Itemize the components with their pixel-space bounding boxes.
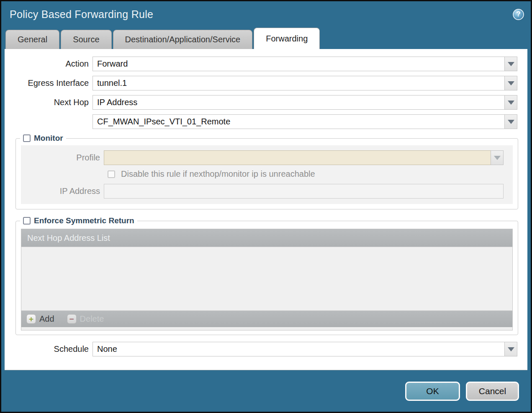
schedule-label: Schedule [5,344,93,354]
tab-bar: General Source Destination/Application/S… [1,27,531,49]
monitor-ip-address-label: IP Address [21,186,104,196]
enforce-symmetric-return-checkbox[interactable] [23,217,31,225]
chevron-down-icon [508,120,514,124]
delete-button-label: Delete [80,314,104,324]
monitor-ip-address-row: IP Address [21,184,504,199]
chevron-down-icon [508,101,514,105]
dialog-title: Policy Based Forwarding Rule [10,8,153,21]
schedule-select[interactable]: None [93,342,505,356]
monitor-fieldset: Monitor Profile Disable this rule if nex… [15,134,518,209]
next-hop-address-list-body [21,247,512,310]
action-dropdown-button[interactable] [504,57,517,71]
profile-dropdown-button [491,150,504,165]
chevron-down-icon [508,62,514,66]
table-bottom-strip [21,327,513,330]
profile-combo [104,150,504,165]
next-hop-address-row: CF_MWAN_IPsec_VTI_01_Remote [5,114,517,129]
next-hop-address-list-table: Next Hop Address List + Add − Delete [21,229,513,327]
tab-forwarding[interactable]: Forwarding [254,28,320,49]
enforce-symmetric-return-title: Enforce Symmetric Return [34,216,134,225]
egress-interface-row: Egress Interface tunnel.1 [5,76,517,90]
enforce-symmetric-return-legend: Enforce Symmetric Return [20,216,137,225]
profile-select [104,150,491,165]
next-hop-address-list-header: Next Hop Address List [21,229,512,247]
help-icon[interactable]: ? [513,9,524,20]
next-hop-combo: IP Address [93,95,517,110]
next-hop-select[interactable]: IP Address [93,95,505,110]
monitor-panel: Profile Disable this rule if nexthop/mon… [21,145,513,204]
add-button[interactable]: + Add [26,314,54,324]
cancel-button[interactable]: Cancel [466,382,519,401]
tab-destination-application-service[interactable]: Destination/Application/Service [113,30,253,49]
ok-button[interactable]: OK [405,382,460,401]
monitor-title: Monitor [34,134,63,143]
schedule-row: Schedule None [5,342,517,356]
schedule-combo: None [93,342,517,356]
monitor-ip-address-combo [104,184,504,199]
action-row: Action Forward [5,57,517,71]
disable-rule-checkbox [108,170,115,178]
next-hop-dropdown-button[interactable] [504,95,517,110]
next-hop-address-select[interactable]: CF_MWAN_IPsec_VTI_01_Remote [93,114,505,129]
monitor-ip-address-input [104,184,504,199]
monitor-legend: Monitor [20,134,66,143]
profile-label: Profile [21,153,104,163]
forwarding-tab-content: Action Forward Egress Interface tunnel.1… [5,49,527,370]
next-hop-address-list-toolbar: + Add − Delete [21,310,512,327]
schedule-dropdown-button[interactable] [504,342,517,356]
tab-source[interactable]: Source [61,30,111,49]
delete-minus-icon: − [67,314,77,324]
enforce-symmetric-return-fieldset: Enforce Symmetric Return Next Hop Addres… [15,216,518,335]
policy-based-forwarding-dialog: Policy Based Forwarding Rule ? General S… [0,0,532,413]
next-hop-address-combo: CF_MWAN_IPsec_VTI_01_Remote [93,114,517,129]
next-hop-address-dropdown-button[interactable] [504,114,517,129]
disable-rule-row: Disable this rule if nexthop/monitor ip … [21,169,513,179]
minus-glyph: − [69,315,74,323]
titlebar: Policy Based Forwarding Rule ? [1,1,531,27]
plus-glyph: + [29,315,33,323]
action-label: Action [5,59,93,69]
add-button-label: Add [39,314,54,324]
disable-rule-label: Disable this rule if nexthop/monitor ip … [121,169,315,179]
chevron-down-icon [508,347,514,351]
chevron-down-icon [508,81,514,85]
tab-general[interactable]: General [5,30,59,49]
next-hop-row: Next Hop IP Address [5,95,517,110]
egress-interface-combo: tunnel.1 [93,76,517,90]
monitor-checkbox[interactable] [23,134,31,142]
profile-row: Profile [21,150,504,165]
delete-button: − Delete [67,314,104,324]
egress-interface-dropdown-button[interactable] [504,76,517,90]
egress-interface-select[interactable]: tunnel.1 [93,76,505,90]
chevron-down-icon [494,156,501,160]
action-combo: Forward [93,57,517,71]
dialog-footer: OK Cancel [1,370,531,412]
add-plus-icon: + [26,314,36,324]
egress-interface-label: Egress Interface [5,78,93,88]
next-hop-label: Next Hop [5,98,93,107]
action-select[interactable]: Forward [93,57,505,71]
